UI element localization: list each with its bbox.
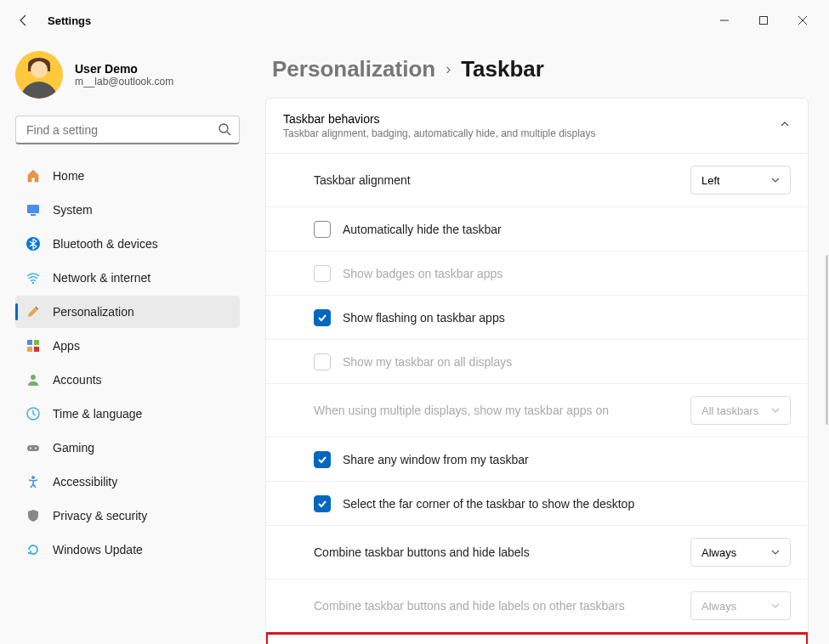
all-displays-checkbox bbox=[314, 353, 331, 370]
svg-point-16 bbox=[35, 448, 37, 449]
svg-rect-8 bbox=[27, 340, 32, 345]
sidebar-item-time[interactable]: Time & language bbox=[15, 398, 240, 430]
chevron-down-icon bbox=[771, 602, 780, 610]
svg-rect-5 bbox=[31, 214, 36, 216]
sidebar-item-update[interactable]: Windows Update bbox=[15, 534, 240, 566]
sidebar-item-system[interactable]: System bbox=[15, 194, 240, 226]
chevron-down-icon bbox=[771, 548, 780, 556]
window-controls bbox=[705, 7, 822, 34]
shield-icon bbox=[26, 508, 41, 523]
svg-point-12 bbox=[31, 375, 36, 380]
search-input[interactable] bbox=[15, 116, 240, 144]
sidebar-item-accounts[interactable]: Accounts bbox=[15, 364, 240, 396]
setting-label: Combine taskbar buttons and hide labels … bbox=[314, 599, 690, 613]
setting-label: Show flashing on taskbar apps bbox=[343, 311, 791, 325]
update-icon bbox=[26, 542, 41, 557]
far-corner-checkbox[interactable] bbox=[314, 495, 331, 512]
sidebar-item-label: Personalization bbox=[53, 305, 134, 319]
window-title: Settings bbox=[48, 14, 91, 27]
breadcrumb-parent[interactable]: Personalization bbox=[272, 56, 435, 82]
panel-title: Taskbar behaviors bbox=[283, 112, 596, 126]
profile-name: User Demo bbox=[75, 62, 173, 76]
share-window-checkbox[interactable] bbox=[314, 451, 331, 468]
svg-point-15 bbox=[30, 448, 31, 449]
panel-header[interactable]: Taskbar behaviors Taskbar alignment, bad… bbox=[266, 99, 808, 154]
flashing-checkbox[interactable] bbox=[314, 309, 331, 326]
sidebar: User Demo m__lab@outlook.com Home System… bbox=[0, 41, 255, 644]
sidebar-item-network[interactable]: Network & internet bbox=[15, 262, 240, 294]
sidebar-item-label: Apps bbox=[53, 339, 80, 353]
svg-rect-14 bbox=[27, 445, 39, 451]
sidebar-item-label: Bluetooth & devices bbox=[53, 237, 158, 251]
main-content: Personalization › Taskbar Taskbar behavi… bbox=[255, 41, 829, 644]
sidebar-item-bluetooth[interactable]: Bluetooth & devices bbox=[15, 228, 240, 260]
sidebar-item-label: Accessibility bbox=[53, 475, 117, 489]
chevron-down-icon bbox=[771, 406, 780, 415]
chevron-right-icon: › bbox=[446, 60, 451, 78]
setting-label: Taskbar alignment bbox=[314, 173, 690, 187]
home-icon bbox=[26, 168, 41, 184]
sidebar-item-label: Time & language bbox=[53, 407, 142, 421]
panel-subtitle: Taskbar alignment, badging, automaticall… bbox=[283, 127, 596, 139]
back-button[interactable] bbox=[7, 3, 41, 37]
alignment-select[interactable]: Left bbox=[690, 166, 791, 195]
setting-label: Show badges on taskbar apps bbox=[343, 267, 791, 280]
setting-share-window: Share any window from my taskbar bbox=[266, 438, 808, 482]
search-container bbox=[15, 116, 240, 144]
svg-point-17 bbox=[31, 476, 35, 479]
svg-rect-9 bbox=[34, 340, 39, 345]
sidebar-item-label: System bbox=[53, 203, 93, 217]
personalization-icon bbox=[26, 304, 41, 319]
setting-alignment: Taskbar alignment Left bbox=[266, 154, 808, 207]
setting-far-corner: Select the far corner of the taskbar to … bbox=[266, 482, 808, 526]
maximize-button[interactable] bbox=[744, 7, 783, 34]
setting-label: Combine taskbar buttons and hide labels bbox=[314, 545, 690, 559]
svg-line-3 bbox=[227, 132, 230, 135]
breadcrumb: Personalization › Taskbar bbox=[265, 41, 809, 98]
setting-autohide: Automatically hide the taskbar bbox=[266, 207, 808, 251]
profile[interactable]: User Demo m__lab@outlook.com bbox=[15, 41, 240, 116]
close-button[interactable] bbox=[783, 7, 822, 34]
minimize-button[interactable] bbox=[705, 7, 744, 34]
sidebar-item-personalization[interactable]: Personalization bbox=[15, 296, 240, 328]
sidebar-item-label: Accounts bbox=[53, 373, 102, 387]
multi-display-select: All taskbars bbox=[690, 396, 791, 425]
gaming-icon bbox=[26, 440, 41, 455]
accessibility-icon bbox=[26, 474, 41, 489]
setting-label: When using multiple displays, show my ta… bbox=[314, 404, 690, 417]
sidebar-item-accessibility[interactable]: Accessibility bbox=[15, 466, 240, 498]
svg-rect-10 bbox=[27, 347, 32, 352]
clock-icon bbox=[26, 406, 41, 421]
setting-multi-display: When using multiple displays, show my ta… bbox=[266, 384, 808, 438]
apps-icon bbox=[26, 338, 41, 353]
combine-other-select: Always bbox=[690, 591, 791, 620]
setting-label: Share any window from my taskbar bbox=[343, 453, 791, 466]
setting-label: Select the far corner of the taskbar to … bbox=[343, 497, 791, 511]
setting-combine-other: Combine taskbar buttons and hide labels … bbox=[266, 579, 808, 633]
sidebar-item-privacy[interactable]: Privacy & security bbox=[15, 500, 240, 532]
profile-email: m__lab@outlook.com bbox=[75, 76, 173, 88]
setting-all-displays: Show my taskbar on all displays bbox=[266, 340, 808, 384]
badges-checkbox bbox=[314, 265, 331, 282]
combine-select[interactable]: Always bbox=[690, 538, 791, 567]
accounts-icon bbox=[26, 372, 41, 387]
svg-rect-1 bbox=[760, 17, 768, 25]
sidebar-item-label: Windows Update bbox=[53, 543, 143, 556]
setting-hover-cards: Show hover cards for inactive and pinned… bbox=[266, 633, 808, 644]
svg-point-7 bbox=[32, 282, 35, 285]
setting-label: Show my taskbar on all displays bbox=[343, 355, 791, 369]
sidebar-item-home[interactable]: Home bbox=[15, 160, 240, 192]
chevron-up-icon bbox=[779, 118, 791, 133]
svg-rect-4 bbox=[27, 205, 39, 213]
titlebar: Settings bbox=[0, 0, 829, 41]
sidebar-item-label: Home bbox=[53, 169, 84, 183]
sidebar-item-apps[interactable]: Apps bbox=[15, 330, 240, 362]
autohide-checkbox[interactable] bbox=[314, 221, 331, 238]
sidebar-item-gaming[interactable]: Gaming bbox=[15, 432, 240, 464]
search-icon bbox=[218, 122, 231, 139]
scrollbar[interactable] bbox=[826, 255, 828, 425]
chevron-down-icon bbox=[771, 176, 780, 184]
setting-badges: Show badges on taskbar apps bbox=[266, 251, 808, 296]
taskbar-behaviors-panel: Taskbar behaviors Taskbar alignment, bad… bbox=[265, 98, 809, 644]
sidebar-item-label: Gaming bbox=[53, 441, 94, 455]
